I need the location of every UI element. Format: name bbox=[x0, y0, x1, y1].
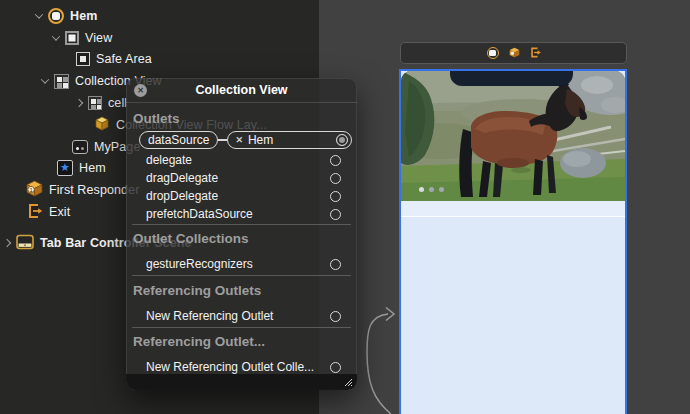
view-controller-preview[interactable] bbox=[399, 69, 627, 414]
section-divider bbox=[132, 275, 351, 276]
connection-well-empty[interactable] bbox=[330, 173, 341, 184]
close-icon[interactable]: ✕ bbox=[134, 84, 147, 97]
exit-icon[interactable] bbox=[530, 44, 541, 62]
first-responder-cube-icon[interactable] bbox=[509, 44, 520, 62]
connection-well-empty[interactable] bbox=[330, 259, 341, 270]
popup-footer bbox=[126, 374, 357, 390]
connection-well-empty[interactable] bbox=[330, 191, 341, 202]
chevron-down-icon[interactable] bbox=[41, 75, 49, 83]
first-responder-cube-icon: 1 bbox=[26, 180, 43, 200]
connection-target-label: Hem bbox=[248, 133, 273, 147]
sidebar-item-label: Hem bbox=[79, 161, 106, 175]
section-header-referencing-outlets: Referencing Outlets bbox=[133, 279, 357, 303]
connections-popup[interactable]: ✕ Collection View Outlets dataSource ✕ H… bbox=[126, 78, 357, 390]
scene-dock bbox=[400, 42, 627, 64]
connection-line bbox=[218, 139, 227, 141]
connection-well-empty[interactable] bbox=[330, 311, 341, 322]
sidebar-item-label: Safe Area bbox=[96, 52, 152, 66]
section-header-outlets: Outlets bbox=[133, 111, 357, 127]
connection-well-empty[interactable] bbox=[330, 362, 341, 373]
sidebar-item-hem-tab-item[interactable]: Hem bbox=[57, 158, 106, 178]
section-divider bbox=[132, 224, 351, 225]
sidebar-item-label: Exit bbox=[49, 205, 70, 219]
view-icon bbox=[65, 31, 79, 45]
outlet-row-dragdelegate[interactable]: dragDelegate bbox=[126, 169, 357, 187]
connection-well-filled[interactable] bbox=[336, 134, 348, 146]
popup-title: Collection View bbox=[195, 83, 287, 97]
flow-layout-cube-icon bbox=[94, 116, 110, 135]
sidebar-item-label: cell bbox=[108, 96, 127, 110]
connection-well-empty[interactable] bbox=[330, 155, 341, 166]
segue-arrow[interactable] bbox=[350, 300, 405, 414]
sidebar-item-safe-area[interactable]: Safe Area bbox=[76, 49, 152, 69]
tab-bar-item-star-icon bbox=[57, 160, 73, 176]
sidebar-item-exit[interactable]: Exit bbox=[27, 202, 70, 222]
sidebar-item-cell[interactable]: cell bbox=[76, 93, 127, 113]
chevron-right-icon[interactable] bbox=[75, 99, 83, 107]
collection-view-header-band bbox=[401, 201, 625, 217]
outlet-label: dropDelegate bbox=[146, 189, 330, 203]
xcode-interface-builder-window: Hem View Safe Area Collection View cell … bbox=[0, 0, 690, 414]
page-control-dots bbox=[419, 187, 444, 192]
safe-area-icon bbox=[76, 52, 90, 66]
connection-well-empty[interactable] bbox=[330, 209, 341, 220]
sidebar-item-first-responder[interactable]: 1 First Responder bbox=[26, 180, 139, 200]
outlet-row-prefetchdatasource[interactable]: prefetchDataSource bbox=[126, 205, 357, 223]
sidebar-item-label: View bbox=[85, 31, 112, 45]
collection-view-cell-icon bbox=[88, 96, 102, 110]
svg-text:1: 1 bbox=[29, 187, 32, 193]
popup-title-bar: ✕ Collection View bbox=[126, 78, 357, 103]
section-divider bbox=[132, 327, 351, 328]
outlet-row-delegate[interactable]: delegate bbox=[126, 151, 357, 169]
chevron-right-icon[interactable] bbox=[3, 239, 11, 247]
chevron-down-icon[interactable] bbox=[52, 32, 60, 40]
outlet-row-datasource-connected[interactable]: dataSource ✕ Hem bbox=[126, 129, 357, 151]
horse-photo-image-view[interactable] bbox=[401, 71, 625, 201]
outlet-label: New Referencing Outlet Colle... bbox=[146, 360, 330, 374]
connection-target-pill[interactable]: ✕ Hem bbox=[227, 131, 352, 149]
row-new-referencing-outlet[interactable]: New Referencing Outlet bbox=[126, 306, 357, 326]
outlet-source-pill[interactable]: dataSource bbox=[139, 131, 218, 149]
device-notch bbox=[450, 71, 573, 86]
collection-view-icon bbox=[54, 74, 69, 89]
outlet-row-gesturerecognizers[interactable]: gestureRecognizers bbox=[126, 254, 357, 274]
outlet-label: delegate bbox=[146, 153, 330, 167]
outlet-row-dropdelegate[interactable]: dropDelegate bbox=[126, 187, 357, 205]
popup-body: Outlets dataSource ✕ Hem delegate dragDe… bbox=[126, 111, 357, 377]
tab-bar-controller-icon bbox=[16, 234, 34, 253]
sidebar-item-view[interactable]: View bbox=[53, 28, 112, 48]
outlet-label: dragDelegate bbox=[146, 171, 330, 185]
view-controller-icon[interactable] bbox=[487, 47, 499, 59]
outlet-label: New Referencing Outlet bbox=[146, 309, 330, 323]
sidebar-item-label: Hem bbox=[70, 9, 97, 23]
chevron-down-icon[interactable] bbox=[35, 10, 43, 18]
resize-handle-icon[interactable] bbox=[342, 376, 353, 387]
outlet-label: gestureRecognizers bbox=[146, 257, 330, 271]
view-controller-icon bbox=[48, 8, 64, 24]
outlet-label: prefetchDataSource bbox=[146, 207, 330, 221]
exit-icon bbox=[27, 203, 43, 222]
section-header-outlet-collections: Outlet Collections bbox=[133, 227, 357, 251]
disconnect-icon[interactable]: ✕ bbox=[235, 135, 243, 145]
sidebar-item-hem-scene-root[interactable]: Hem bbox=[36, 6, 97, 26]
outlet-label: dataSource bbox=[148, 133, 209, 147]
section-header-referencing-outlet-collections: Referencing Outlet... bbox=[133, 330, 357, 354]
page-control-icon bbox=[72, 140, 88, 154]
